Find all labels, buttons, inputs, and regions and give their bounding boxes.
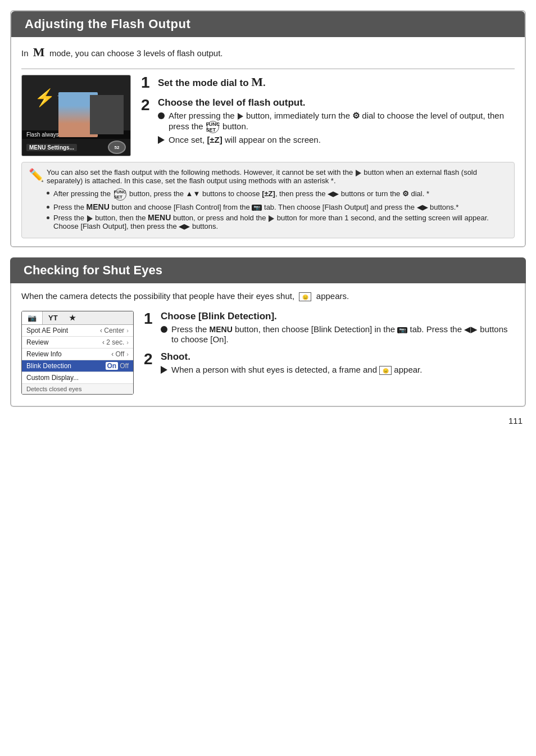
shut-eyes-row-reviewinfo-val: ‹ Off — [111, 350, 124, 358]
flash-note-bullet3: Press the button, then the MENU button, … — [47, 213, 506, 230]
shut-eyes-menu-row-reviewinfo: Review Info ‹ Off › — [22, 348, 133, 360]
shut-eyes-section: Checking for Shut Eyes When the camera d… — [0, 257, 536, 407]
shut-eyes-row-review-arrow: › — [126, 339, 129, 346]
shut-eyes-step1-num: 1 — [144, 311, 157, 327]
flash-note-box: ✏️ You can also set the flash output wit… — [21, 162, 515, 238]
shut-eyes-row-spot-label: Spot AE Point — [26, 327, 100, 334]
shut-eyes-row-spot-val: ‹ Center — [100, 327, 124, 334]
flash-note-bullets: After pressing the FUNCSET button, press… — [47, 188, 506, 230]
flash-note-bullet1-text: After pressing the FUNCSET button, press… — [53, 188, 429, 201]
shut-eyes-step1-heading: Choose [Blink Detection]. — [161, 311, 515, 322]
shut-eyes-step1-content: Choose [Blink Detection]. Press the MENU… — [161, 311, 515, 346]
flash-bullet-tri-2 — [158, 136, 165, 144]
shut-eyes-row-blink-on: On — [106, 362, 119, 370]
shut-eyes-tab-star: ★ — [63, 311, 81, 324]
flash-func-label: 52 — [115, 145, 120, 150]
shut-eyes-header: Checking for Shut Eyes — [10, 257, 526, 283]
flash-note-tri — [356, 170, 361, 176]
shut-eyes-right-col: 1 Choose [Blink Detection]. Press the ME… — [144, 311, 515, 382]
shut-eyes-step2-content: Shoot. When a person with shut eyes is d… — [161, 351, 515, 377]
flash-building-block — [90, 95, 124, 134]
shut-eyes-tab-row: 📷 YT ★ — [22, 311, 133, 325]
flash-step2-bullet1-text: After pressing the button, immediately t… — [169, 111, 515, 133]
flash-step2-bullet2-text: Once set, [±Z] will appear on the screen… — [169, 135, 321, 144]
flash-step2: 2 Choose the level of flash output. Afte… — [141, 97, 515, 146]
shut-eyes-step2: 2 Shoot. When a person with shut eyes is… — [144, 351, 515, 377]
flash-step2-heading: Choose the level of flash output. — [158, 97, 515, 108]
flash-section-title: Adjusting the Flash Output — [25, 17, 511, 31]
shut-eyes-menu-caption: Detects closed eyes — [22, 384, 133, 394]
flash-mode-m: M — [33, 45, 45, 59]
shut-eyes-camera-tab-icon: 📷 — [397, 327, 407, 333]
flash-step2-bullets: After pressing the button, immediately t… — [158, 111, 515, 144]
shut-eyes-menu-row-spot: Spot AE Point ‹ Center › — [22, 325, 133, 337]
flash-subtitle: In M mode, you can choose 3 levels of fl… — [21, 45, 515, 60]
shut-eyes-row-custom-label: Custom Display... — [26, 374, 129, 382]
shut-eyes-step2-num: 2 — [144, 351, 157, 367]
shut-eyes-two-col: 📷 YT ★ Spot AE Point ‹ Center › Revi — [21, 311, 515, 395]
shut-eyes-bullet-tri-1 — [161, 366, 167, 374]
shut-eyes-tab-camera: 📷 — [22, 311, 43, 324]
flash-section: Adjusting the Flash Output In M mode, yo… — [0, 10, 536, 247]
flash-note-dot-2 — [47, 206, 49, 209]
shut-eyes-menu-row-review: Review ‹ 2 sec. › — [22, 337, 133, 348]
flash-section-container: Adjusting the Flash Output In M mode, yo… — [10, 10, 526, 247]
flash-right-col: 1 Set the mode dial to M. 2 Choose the l… — [141, 75, 515, 152]
flash-note-bullet3-text: Press the button, then the MENU button, … — [53, 213, 506, 230]
shut-eyes-row-review-val: ‹ 2 sec. — [102, 338, 124, 346]
flash-step1: 1 Set the mode dial to M. — [141, 75, 515, 92]
flash-note-tri-4 — [269, 215, 274, 222]
flash-subtitle-pre: In — [21, 48, 29, 58]
flash-subtitle-post: mode, you can choose 3 levels of flash o… — [49, 48, 223, 58]
shut-eye-frame-icon: 😑 — [379, 366, 392, 375]
shut-eyes-row-blink-off: Off — [120, 362, 129, 370]
flash-note-tri-3 — [87, 215, 93, 222]
flash-step2-bullet2: Once set, [±Z] will appear on the screen… — [158, 135, 515, 144]
flash-step2-content: Choose the level of flash output. After … — [158, 97, 515, 146]
shut-eyes-row-spot-arrow: › — [126, 327, 129, 334]
shut-eyes-step2-heading: Shoot. — [161, 351, 515, 363]
flash-camera-bottom-bar: MENU Settings... 52 — [22, 139, 130, 156]
flash-note-func-icon: FUNCSET — [114, 188, 126, 201]
shut-eyes-row-reviewinfo-arrow: › — [126, 351, 129, 357]
shut-eyes-outer: Checking for Shut Eyes When the camera d… — [10, 257, 526, 407]
flash-note-bullet1: After pressing the FUNCSET button, press… — [47, 188, 506, 201]
flash-func-set-btn: 52 — [108, 141, 126, 154]
shut-eyes-step1-bullets: Press the MENU button, then choose [Blin… — [161, 324, 515, 344]
flash-note-text: You can also set the flash output with t… — [47, 168, 506, 185]
flash-camera-tab-icon: 📷 — [252, 205, 262, 211]
shut-eyes-row-review-label: Review — [26, 338, 102, 346]
shut-eyes-row-blink-label: Blink Detection — [26, 362, 106, 370]
shut-eyes-title: Checking for Shut Eyes — [24, 263, 512, 278]
shut-eyes-menu-row-custom: Custom Display... — [22, 372, 133, 384]
flash-step2-bullet1: After pressing the button, immediately t… — [158, 111, 515, 133]
shut-eyes-step2-bullet1: When a person with shut eyes is detected… — [161, 365, 515, 375]
shut-eyes-tab-yt: YT — [43, 311, 63, 324]
flash-note-bullet2-text: Press the MENU button and choose [Flash … — [53, 202, 458, 211]
shut-eyes-body: When the camera detects the possibility … — [10, 283, 526, 407]
shut-eyes-step2-bullet1-text: When a person with shut eyes is detected… — [171, 365, 422, 375]
flash-step2-num: 2 — [141, 97, 155, 113]
flash-building — [22, 95, 130, 134]
flash-step1-heading: Set the mode dial to M. — [158, 75, 515, 89]
flash-divider — [21, 69, 515, 69]
flash-menu-btn: MENU Settings... — [26, 144, 77, 151]
flash-note-dot-1 — [47, 192, 49, 194]
flash-section-header: Adjusting the Flash Output — [11, 11, 525, 37]
flash-tri-right-1 — [238, 113, 243, 120]
flash-note-bullet2: Press the MENU button and choose [Flash … — [47, 202, 506, 211]
flash-step1-content: Set the mode dial to M. — [158, 75, 515, 92]
page-number: 111 — [0, 413, 536, 425]
flash-section-body: In M mode, you can choose 3 levels of fl… — [11, 37, 525, 246]
flash-step1-num: 1 — [141, 75, 155, 90]
shut-eyes-subtitle: When the camera detects the possibility … — [21, 291, 515, 301]
flash-camera-image: ⚡ ☼ Flash always fires MENU Settings... … — [21, 75, 131, 156]
flash-left-col: ⚡ ☼ Flash always fires MENU Settings... … — [21, 75, 131, 156]
shut-eyes-menu-screenshot: 📷 YT ★ Spot AE Point ‹ Center › Revi — [21, 311, 134, 395]
shut-eyes-menu-row-blink: Blink Detection On Off — [22, 360, 133, 372]
shut-eyes-step1-bullet1-text: Press the MENU button, then choose [Blin… — [171, 324, 515, 344]
shut-eyes-step1-bullet1: Press the MENU button, then choose [Blin… — [161, 324, 515, 344]
shut-eyes-bullet-circle-1 — [161, 326, 167, 333]
shut-eye-icon: 😑 — [299, 292, 311, 301]
shut-eyes-row-reviewinfo-label: Review Info — [26, 350, 111, 358]
